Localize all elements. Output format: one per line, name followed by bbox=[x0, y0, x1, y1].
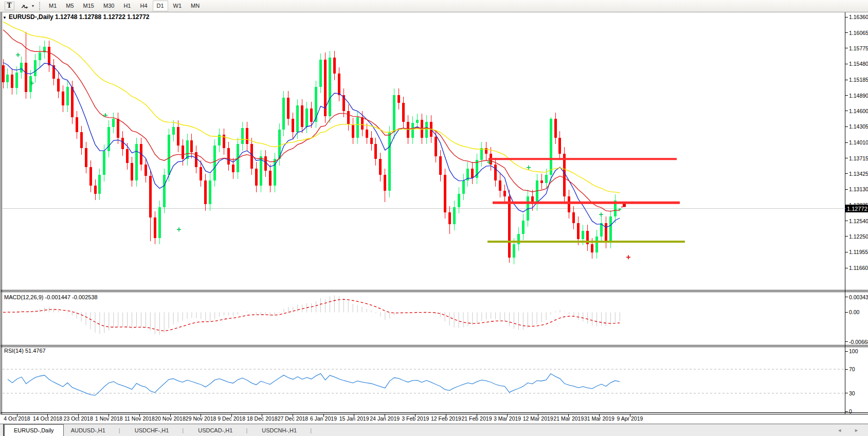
svg-text:0: 0 bbox=[849, 408, 852, 414]
text-tool-icon: T bbox=[5, 2, 14, 10]
arrange-windows-button[interactable] bbox=[19, 1, 31, 11]
macd-label: MACD(12,26,9) -0.001447 -0.002538 bbox=[4, 294, 98, 300]
svg-text:70: 70 bbox=[849, 366, 855, 372]
svg-text:21 Feb 2019: 21 Feb 2019 bbox=[462, 415, 492, 422]
svg-text:15 Jan 2019: 15 Jan 2019 bbox=[339, 415, 369, 422]
svg-text:1.13715: 1.13715 bbox=[849, 155, 868, 161]
tab-eurusd-daily[interactable]: EURUSD-,Daily bbox=[4, 424, 64, 436]
current-price-tag: 1.12772 bbox=[845, 205, 868, 212]
svg-text:3 Feb 2019: 3 Feb 2019 bbox=[402, 415, 429, 422]
svg-text:24 Jan 2019: 24 Jan 2019 bbox=[370, 415, 400, 422]
svg-text:1.14890: 1.14890 bbox=[849, 93, 868, 99]
timeframe-m30-button[interactable]: M30 bbox=[99, 1, 118, 11]
timeframe-h4-button[interactable]: H4 bbox=[136, 1, 151, 11]
timeframe-d1-button[interactable]: D1 bbox=[153, 1, 168, 11]
svg-text:1.11955: 1.11955 bbox=[849, 249, 868, 255]
timeframe-mn-button[interactable]: MN bbox=[187, 1, 204, 11]
svg-text:1.12772: 1.12772 bbox=[847, 206, 867, 212]
svg-text:0.00: 0.00 bbox=[849, 309, 860, 315]
svg-text:21 Mar 2019: 21 Mar 2019 bbox=[553, 415, 584, 422]
tabs-scroll-right-icon[interactable]: ► bbox=[854, 428, 859, 433]
svg-text:1.15185: 1.15185 bbox=[849, 77, 868, 83]
arrange-arrows-icon bbox=[21, 3, 29, 10]
chart-tabs-bar: EURUSD-,Daily AUDUSD-,H1 USDCHF-,H1 USDC… bbox=[0, 424, 868, 436]
svg-text:23 Oct 2018: 23 Oct 2018 bbox=[64, 415, 93, 422]
svg-text:18 Dec 2018: 18 Dec 2018 bbox=[247, 415, 278, 422]
svg-text:1.12250: 1.12250 bbox=[849, 233, 868, 240]
tabbar-left-edge bbox=[0, 424, 4, 436]
chart-canvas[interactable]: 1.163601.160651.157751.154801.151851.148… bbox=[0, 12, 868, 424]
svg-text:0.003431: 0.003431 bbox=[849, 294, 868, 300]
timeframe-w1-button[interactable]: W1 bbox=[169, 1, 186, 11]
svg-text:9 Dec 2018: 9 Dec 2018 bbox=[218, 415, 245, 422]
tab-audusd-h1[interactable]: AUDUSD-,H1 bbox=[64, 424, 128, 436]
svg-text:1.12540: 1.12540 bbox=[849, 218, 868, 224]
timeframe-m1-button[interactable]: M1 bbox=[45, 1, 61, 11]
svg-text:100: 100 bbox=[849, 348, 858, 354]
svg-text:1.15775: 1.15775 bbox=[849, 45, 868, 51]
tabs-scroll-left-icon[interactable]: ◄ bbox=[837, 428, 842, 433]
toolbar-grip[interactable] bbox=[39, 2, 40, 10]
svg-text:20 Nov 2018: 20 Nov 2018 bbox=[155, 415, 186, 422]
svg-text:12 Feb 2019: 12 Feb 2019 bbox=[431, 415, 461, 422]
top-toolbar: T ▾ M1 M5 M15 M30 H1 H4 D1 W1 MN bbox=[0, 0, 868, 12]
svg-text:14 Oct 2018: 14 Oct 2018 bbox=[33, 415, 62, 422]
svg-text:1.13425: 1.13425 bbox=[849, 171, 868, 177]
timeframe-m5-button[interactable]: M5 bbox=[62, 1, 78, 11]
tab-usdchf-h1[interactable]: USDCHF-,H1 bbox=[128, 424, 191, 436]
svg-text:9 Apr 2019: 9 Apr 2019 bbox=[617, 415, 643, 422]
svg-text:4 Oct 2018: 4 Oct 2018 bbox=[4, 415, 30, 422]
svg-text:29 Nov 2018: 29 Nov 2018 bbox=[186, 415, 216, 422]
svg-text:1.11660: 1.11660 bbox=[849, 265, 868, 271]
svg-text:1.14010: 1.14010 bbox=[849, 139, 868, 146]
svg-text:27 Dec 2018: 27 Dec 2018 bbox=[278, 415, 309, 422]
svg-text:1.16360: 1.16360 bbox=[849, 14, 868, 20]
svg-text:30: 30 bbox=[849, 390, 855, 396]
chart-collapse-triangle-icon[interactable]: ▼ bbox=[3, 15, 7, 20]
svg-text:1.16065: 1.16065 bbox=[849, 30, 868, 36]
svg-text:11 Nov 2018: 11 Nov 2018 bbox=[124, 415, 155, 422]
svg-text:12 Mar 2019: 12 Mar 2019 bbox=[523, 415, 553, 422]
svg-text:31 Mar 2019: 31 Mar 2019 bbox=[584, 415, 614, 422]
svg-text:3 Mar 2019: 3 Mar 2019 bbox=[494, 415, 521, 422]
svg-text:1.13130: 1.13130 bbox=[849, 186, 868, 192]
svg-text:6 Jan 2019: 6 Jan 2019 bbox=[310, 415, 337, 422]
chart-background bbox=[0, 12, 868, 424]
svg-text:1 Nov 2018: 1 Nov 2018 bbox=[95, 415, 123, 422]
tab-usdcnh-h1[interactable]: USDCNH-,H1 bbox=[255, 424, 319, 436]
text-label-tool-button[interactable]: T bbox=[3, 1, 15, 11]
chart-title: EURUSD-,Daily 1.12748 1.12788 1.12722 1.… bbox=[9, 13, 150, 21]
rsi-label: RSI(14) 51.4767 bbox=[4, 348, 46, 354]
svg-text:-0.006686: -0.006686 bbox=[849, 339, 868, 345]
arrange-dropdown-caret-icon[interactable]: ▾ bbox=[32, 4, 34, 8]
timeframe-m15-button[interactable]: M15 bbox=[79, 1, 98, 11]
tab-usdcad-h1[interactable]: USDCAD-,H1 bbox=[191, 424, 255, 436]
svg-text:1.14305: 1.14305 bbox=[849, 123, 868, 130]
timeframe-h1-button[interactable]: H1 bbox=[119, 1, 135, 11]
svg-text:1.14600: 1.14600 bbox=[849, 108, 868, 114]
svg-text:1.15480: 1.15480 bbox=[849, 61, 868, 67]
